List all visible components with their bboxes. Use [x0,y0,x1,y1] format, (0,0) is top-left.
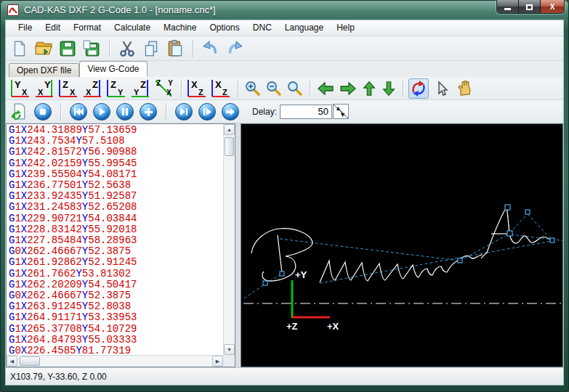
step-button[interactable] [198,103,216,121]
save-as-icon [82,39,101,58]
vertical-scroll-thumb[interactable] [225,137,234,156]
gcode-line[interactable]: G0X262.46667Y52.3875 [9,290,222,301]
panel-splitter[interactable] [235,123,241,367]
gcode-line[interactable]: G1X231.24583Y52.65208 [9,202,222,213]
convert-icon [10,102,28,121]
menu-language[interactable]: Language [278,20,330,36]
menu-format[interactable]: Format [67,20,108,36]
rotate-3d-button[interactable] [408,78,429,99]
scroll-right-button[interactable]: ▶ [212,356,223,367]
arrow-left-icon [315,81,336,97]
gcode-preview-canvas[interactable]: +Y +Z +X [241,123,563,367]
toolbar-separator [60,103,61,121]
view-xy-button[interactable]: X Y [34,79,56,97]
pan-right-button[interactable] [338,81,358,97]
gcode-line[interactable]: G1X242.81572Y56.90988 [9,147,222,158]
stop-button[interactable] [34,103,52,121]
pause-icon [120,107,130,117]
view-xz-button[interactable]: X Z [82,79,104,97]
gcode-line[interactable]: G1X261.92862Y52.91245 [9,257,222,268]
gcode-line[interactable]: G1X263.91245Y52.8038 [9,301,222,312]
view-3d-button[interactable]: Z Y X [154,79,176,97]
delay-input[interactable] [280,105,332,119]
undo-icon [201,39,220,58]
scroll-down-button[interactable]: ▼ [224,344,235,355]
gcode-line[interactable]: G1X228.83142Y55.92018 [9,224,222,235]
spinner-down-icon[interactable]: ▼ [339,111,346,118]
vertical-scrollbar[interactable]: ▲ ▼ [223,124,235,355]
save-as-button[interactable] [82,39,101,58]
save-button[interactable] [58,39,77,58]
play-button[interactable] [93,103,110,121]
zoom-out-button[interactable] [265,80,283,97]
pan-left-button[interactable] [315,81,336,97]
gcode-line[interactable]: G1X261.7662Y53.81302 [9,269,222,279]
menu-help[interactable]: Help [330,20,361,36]
gcode-line[interactable]: G1X262.20209Y54.50417 [9,279,222,290]
menu-options[interactable]: Options [203,20,246,36]
zoom-in-button[interactable] [243,80,262,97]
minimize-button[interactable] [497,0,519,14]
open-file-button[interactable] [34,39,53,58]
gcode-line[interactable]: G1X265.37708Y54.10729 [9,324,222,335]
horizontal-scroll-thumb[interactable] [20,356,40,366]
gcode-line[interactable]: G1X233.92435Y51.92587 [9,191,222,202]
add-button[interactable] [140,103,157,121]
gcode-line[interactable]: G1X264.91171Y53.33953 [9,312,222,323]
title-bar[interactable]: CAD-KAS DXF 2 G-Code 1.0 - [noname.cnc*]… [0,0,569,20]
forward-button[interactable] [222,103,239,121]
delay-spinner[interactable]: ▲ ▼ [333,104,349,119]
pause-button[interactable] [116,103,134,121]
scroll-left-button[interactable]: ◀ [7,356,17,367]
menu-edit[interactable]: Edit [39,20,67,36]
selection-handles[interactable] [263,205,563,285]
view-yx-button[interactable]: Y X [10,79,32,97]
select-button[interactable] [431,78,451,99]
gcode-line[interactable]: G1X239.55504Y54.08171 [9,169,222,180]
gcode-line[interactable]: G0X262.46667Y52.3875 [9,246,222,257]
gcode-line[interactable]: G1X227.85484Y58.28963 [9,235,222,246]
menu-calculate[interactable]: Calculate [108,20,157,36]
pan-hand-button[interactable] [453,78,475,99]
paste-button[interactable] [166,39,185,58]
horizontal-scrollbar[interactable]: ◀ ▶ [7,355,223,367]
cut-button[interactable] [118,39,137,58]
redo-button[interactable] [225,39,244,58]
toolbar-separator [193,40,193,57]
convert-button[interactable] [10,102,28,121]
rewind-button[interactable] [70,103,87,121]
undo-button[interactable] [201,39,220,58]
skip-end-button[interactable] [175,103,193,121]
gcode-line[interactable]: G1X264.84793Y55.03333 [9,335,222,346]
pan-up-button[interactable] [360,80,378,97]
zoom-out-icon [265,80,283,97]
gcode-line[interactable]: G1X243.7534Y57.5108 [9,136,222,147]
maximize-icon [526,4,533,10]
view-zy-button[interactable]: Z Y [106,79,128,97]
maximize-button[interactable] [519,0,541,14]
save-floppy-icon [58,39,77,58]
gcode-line[interactable]: G1X236.77501Y52.5638 [9,180,222,191]
view-zx-button[interactable]: Z X [58,79,80,97]
rotate-xz-button[interactable]: X Z [187,79,209,97]
close-button[interactable]: X [541,0,564,14]
scroll-up-button[interactable]: ▲ [224,124,235,135]
copy-button[interactable] [142,39,161,58]
tab-open-dxf-file[interactable]: Open DXF file [9,63,79,77]
pan-down-button[interactable] [380,80,398,97]
simulation-toolbar: Delay: ▲ ▼ [6,100,563,123]
menu-file[interactable]: File [12,20,39,36]
zoom-fit-button[interactable] [286,80,304,97]
gcode-line[interactable]: G0X226.4585Y81.77319 [9,346,222,354]
skip-end-icon [178,107,190,117]
gcode-line[interactable]: G1X244.31889Y57.13659 [9,125,222,136]
menu-dnc[interactable]: DNC [246,20,278,36]
view-yz-button[interactable]: Y Z [130,79,152,97]
gcode-line[interactable]: G1X242.02159Y55.99545 [9,158,222,169]
gcode-line[interactable]: G1X229.90721Y54.03844 [9,213,222,224]
tab-view-gcode[interactable]: View G-Code [79,61,147,77]
menu-machine[interactable]: Machine [157,20,203,36]
new-file-button[interactable] [10,39,29,58]
gcode-list[interactable]: G1X244.31889Y57.13659G1X243.7534Y57.5108… [9,125,222,354]
rotate-xz2-button[interactable]: X Z [211,79,233,97]
